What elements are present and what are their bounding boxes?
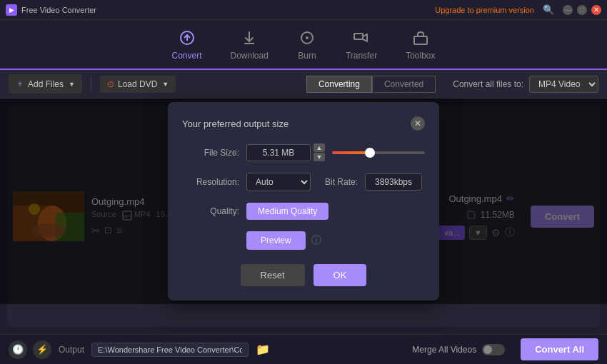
- nav-label-download: Download: [231, 51, 269, 61]
- convert-all-button[interactable]: Convert All: [521, 338, 598, 360]
- convert-all-to-label: Convert all files to:: [453, 79, 523, 89]
- nav-item-convert[interactable]: Convert: [171, 28, 201, 61]
- preview-button[interactable]: Preview: [246, 231, 306, 250]
- file-size-label: File Size:: [182, 148, 239, 158]
- modal-footer: Reset OK: [182, 264, 425, 286]
- merge-label: Merge All Videos: [412, 345, 476, 355]
- modal-header: Your preferred output size ✕: [182, 116, 425, 131]
- size-slider-container: [332, 151, 425, 154]
- nav-item-download[interactable]: Download: [231, 28, 269, 61]
- modal-close-button[interactable]: ✕: [411, 116, 425, 131]
- transfer-icon: [351, 28, 371, 48]
- bottom-bar: 🕐 ⚡ Output 📁 Merge All Videos Convert Al…: [0, 334, 607, 364]
- ok-button[interactable]: OK: [313, 264, 367, 286]
- title-bar-left: ▶ Free Video Converter: [6, 4, 96, 16]
- file-size-input: ▲ ▼: [246, 143, 325, 161]
- toolbox-icon: [411, 28, 431, 48]
- nav-label-toolbox: Toolbox: [406, 51, 435, 61]
- nav-item-toolbox[interactable]: Toolbox: [406, 28, 435, 61]
- preview-row: Preview ⓘ: [182, 231, 425, 250]
- size-down-button[interactable]: ▼: [313, 153, 325, 161]
- modal-overlay: Your preferred output size ✕ File Size: …: [0, 98, 607, 304]
- load-dvd-dropdown-icon[interactable]: ▼: [162, 81, 169, 88]
- add-files-dropdown-icon[interactable]: ▼: [69, 81, 75, 88]
- reset-button[interactable]: Reset: [241, 264, 305, 286]
- preview-info-icon: ⓘ: [311, 234, 321, 247]
- size-slider[interactable]: [332, 151, 425, 154]
- svg-point-4: [306, 36, 308, 39]
- quality-row: Quality: Medium Quality: [182, 203, 425, 220]
- file-size-field[interactable]: [246, 144, 311, 161]
- resolution-label: Resolution:: [182, 177, 239, 187]
- maximize-button[interactable]: □: [577, 5, 587, 15]
- bottom-icons: 🕐 ⚡: [9, 340, 51, 359]
- svg-rect-5: [354, 34, 363, 39]
- size-up-button[interactable]: ▲: [313, 143, 325, 152]
- convert-all-to: Convert all files to: MP4 Video: [453, 76, 598, 93]
- dvd-icon: ⊙: [107, 79, 114, 89]
- download-icon: [239, 28, 259, 48]
- history-icon[interactable]: 🕐: [9, 340, 27, 359]
- close-button[interactable]: ✕: [591, 5, 601, 15]
- quality-label: Quality:: [182, 206, 239, 216]
- svg-rect-6: [414, 36, 427, 44]
- quality-button[interactable]: Medium Quality: [246, 203, 328, 220]
- title-controls: — □ ✕: [563, 5, 601, 15]
- format-select[interactable]: MP4 Video: [529, 76, 598, 93]
- nav-label-convert: Convert: [171, 51, 201, 61]
- toolbar: ＋ Add Files ▼ ⊙ Load DVD ▼ Converting Co…: [0, 70, 607, 98]
- toolbar-tabs: Converting Converted: [306, 76, 436, 93]
- nav-item-burn[interactable]: Burn: [297, 28, 317, 61]
- merge-section: Merge All Videos: [412, 344, 505, 355]
- folder-icon[interactable]: 📁: [256, 343, 270, 356]
- upgrade-link[interactable]: Upgrade to premium version: [435, 6, 534, 14]
- title-bar: ▶ Free Video Converter Upgrade to premiu…: [0, 0, 607, 20]
- convert-icon: [177, 28, 197, 48]
- speed-icon[interactable]: ⚡: [33, 340, 51, 359]
- toolbar-divider: [91, 77, 91, 91]
- search-icon[interactable]: 🔍: [543, 4, 554, 15]
- resolution-select[interactable]: Auto 1080p 720p 480p: [246, 173, 311, 191]
- nav-item-transfer[interactable]: Transfer: [346, 28, 377, 61]
- bitrate-display: 3893kbps: [365, 173, 422, 191]
- plus-icon: ＋: [16, 78, 24, 90]
- output-size-modal: Your preferred output size ✕ File Size: …: [168, 102, 439, 300]
- merge-toggle[interactable]: [482, 344, 505, 355]
- tab-converting[interactable]: Converting: [306, 76, 372, 93]
- tab-converted[interactable]: Converted: [372, 76, 436, 93]
- burn-icon: [297, 28, 317, 48]
- modal-title: Your preferred output size: [182, 118, 289, 129]
- resolution-row: Resolution: Auto 1080p 720p 480p Bit Rat…: [182, 173, 425, 191]
- output-path-input[interactable]: [91, 343, 249, 357]
- output-label: Output: [59, 345, 84, 355]
- nav-label-burn: Burn: [298, 51, 316, 61]
- load-dvd-button[interactable]: ⊙ Load DVD ▼: [100, 76, 176, 93]
- minimize-button[interactable]: —: [563, 5, 573, 15]
- nav-bar: Convert Download Burn Transfer: [0, 20, 607, 70]
- size-arrows: ▲ ▼: [313, 143, 325, 161]
- toggle-dot: [483, 345, 492, 354]
- app-icon: ▶: [6, 4, 17, 16]
- file-size-row: File Size: ▲ ▼: [182, 143, 425, 161]
- add-files-button[interactable]: ＋ Add Files ▼: [9, 74, 82, 93]
- title-bar-right: Upgrade to premium version 🔍 — □ ✕: [435, 4, 601, 15]
- app-title: Free Video Converter: [21, 6, 96, 14]
- nav-label-transfer: Transfer: [346, 51, 377, 61]
- bit-rate-label: Bit Rate:: [325, 177, 358, 187]
- main-content: Outging.mp4 Source MP4 MP4 19... ✂ ⊡ ≡ O…: [0, 98, 607, 334]
